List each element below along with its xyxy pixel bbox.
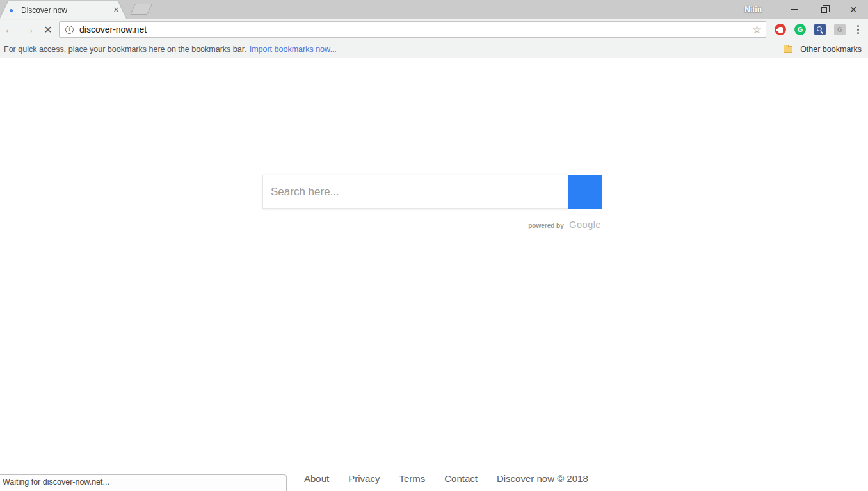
tab-title: Discover now (21, 6, 67, 15)
search-bar (262, 175, 602, 209)
back-button[interactable]: ← (1, 20, 18, 38)
import-bookmarks-link[interactable]: Import bookmarks now... (250, 45, 337, 54)
footer-link-privacy[interactable]: Privacy (348, 473, 380, 484)
footer-link-about[interactable]: About (304, 473, 329, 484)
powered-by: powered by Google (262, 219, 601, 230)
minimize-button[interactable] (780, 0, 809, 19)
powered-by-text: powered by (528, 222, 564, 229)
stop-button[interactable]: ✕ (40, 20, 56, 38)
footer-link-contact[interactable]: Contact (444, 473, 478, 484)
search-button[interactable] (568, 175, 602, 209)
browser-tab[interactable]: Discover now ✕ (0, 1, 126, 19)
browser-menu-icon[interactable] (855, 25, 862, 34)
forward-button[interactable]: → (20, 20, 37, 38)
hand-icon (778, 27, 783, 33)
page-content: powered by Google About Privacy Terms Co… (0, 58, 868, 490)
g-letter: G (837, 26, 842, 33)
site-favicon-icon (10, 9, 13, 12)
stop-icon: ✕ (44, 24, 52, 36)
url-text[interactable]: discover-now.net (79, 24, 748, 35)
bookmarks-bar: For quick access, place your bookmarks h… (0, 40, 868, 58)
window-titlebar: Discover now ✕ Nitin ✕ (0, 0, 868, 19)
tab-close-icon[interactable]: ✕ (113, 6, 119, 14)
footer-link-terms[interactable]: Terms (399, 473, 425, 484)
google-wordmark: Google (569, 220, 601, 230)
search-input[interactable] (262, 175, 568, 209)
browser-toolbar: ← → ✕ i discover-now.net ☆ G G (0, 19, 868, 40)
status-bar: Waiting for discover-now.net... (0, 474, 287, 491)
grammarly-letter: G (798, 26, 803, 33)
page-info-icon[interactable]: i (65, 26, 74, 34)
other-bookmarks-button[interactable]: Other bookmarks (800, 45, 862, 54)
bookmarks-promo-text: For quick access, place your bookmarks h… (4, 45, 246, 54)
search-extension-icon[interactable] (814, 24, 826, 35)
bookmarks-separator (776, 44, 776, 54)
disabled-g-extension-icon[interactable]: G (834, 24, 846, 35)
minimize-icon (791, 9, 798, 10)
page-footer: About Privacy Terms Contact Discover now… (304, 473, 588, 484)
grammarly-extension-icon[interactable]: G (794, 24, 806, 35)
close-icon: ✕ (849, 5, 857, 14)
address-bar[interactable]: i discover-now.net ☆ (59, 21, 766, 38)
restore-button[interactable] (809, 0, 839, 19)
back-icon: ← (4, 22, 16, 36)
forward-icon: → (23, 22, 35, 36)
status-text: Waiting for discover-now.net... (3, 478, 109, 487)
adblock-extension-icon[interactable] (775, 24, 786, 35)
copyright-text: Discover now © 2018 (497, 473, 588, 484)
restore-icon (821, 7, 827, 13)
close-button[interactable]: ✕ (839, 0, 868, 19)
new-tab-button[interactable] (130, 4, 152, 15)
profile-name[interactable]: Nitin (744, 5, 762, 14)
magnifier-icon (817, 26, 822, 31)
other-bookmarks-folder-icon (784, 46, 792, 53)
bookmark-star-icon[interactable]: ☆ (752, 24, 762, 35)
